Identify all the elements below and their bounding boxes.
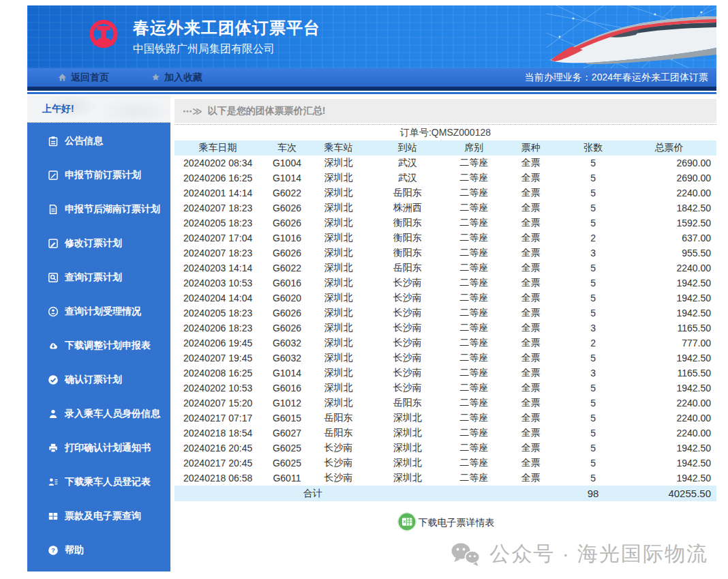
column-header: 席别 (451, 140, 497, 155)
table-cell: G6015 (261, 411, 313, 426)
column-header: 张数 (564, 140, 621, 155)
table-row: 20240203 10:53G6016深圳北长沙南二等座全票51942.50 (175, 276, 716, 291)
table-cell: 二等座 (451, 170, 497, 185)
download-row: x 下载电子票详情表 (175, 509, 716, 529)
table-total-row: 合计9840255.50 (175, 486, 716, 501)
notice-icon (47, 136, 59, 147)
table-cell: 深圳北 (364, 441, 451, 456)
sidebar-item-label: 下载乘车人员登记表 (65, 476, 151, 488)
table-cell: 2690.00 (622, 155, 716, 170)
table-cell: 2240.00 (622, 426, 716, 441)
sidebar-item-confirm-plan[interactable]: 确认订票计划 (27, 363, 170, 397)
table-cell: 二等座 (451, 276, 497, 291)
table-cell: 二等座 (451, 396, 497, 411)
table-cell: 全票 (497, 291, 564, 306)
table-cell: 5 (564, 396, 621, 411)
table-cell: 20240202 08:34 (175, 155, 261, 170)
doc-icon (47, 204, 59, 215)
table-cell: 1942.50 (622, 351, 716, 366)
banner-left: 春运外来工团体订票平台 中国铁路广州局集团有限公司 (27, 5, 716, 68)
check-circle-icon (47, 374, 59, 385)
sidebar-item-label: 申报节前订票计划 (65, 169, 141, 181)
sidebar-item-pre-festival-plan[interactable]: 申报节前订票计划 (27, 158, 170, 192)
table-cell: 二等座 (451, 185, 497, 201)
help-icon: ? (47, 545, 59, 556)
sidebar-item-post-festival-hunan-plan[interactable]: 申报节后湖南订票计划 (27, 192, 170, 226)
table-cell: 全票 (497, 366, 564, 381)
table-cell: 长沙南 (364, 306, 451, 321)
cloud-download-icon (47, 340, 59, 351)
table-cell: 全票 (497, 381, 564, 396)
header-banner: 春运外来工团体订票平台 中国铁路广州局集团有限公司 (27, 5, 716, 68)
table-cell: 深圳北 (313, 246, 365, 261)
table-cell: 20240218 06:58 (175, 471, 261, 486)
total-amount: 40255.50 (622, 486, 716, 501)
table-cell: 深圳北 (313, 170, 365, 185)
sidebar-item-download-adjust-form[interactable]: 下载调整计划申报表 (27, 329, 170, 363)
table-cell: 二等座 (451, 336, 497, 351)
table-cell: 深圳北 (313, 155, 365, 170)
table-row: 20240202 10:53G6016深圳北长沙南二等座全票51942.50 (175, 381, 716, 396)
table-cell: 20240206 18:23 (175, 321, 261, 336)
table-cell: 全票 (497, 456, 564, 471)
table-cell: 5 (564, 426, 621, 441)
table-cell: 1942.50 (622, 291, 716, 306)
table-cell: 深圳北 (364, 456, 451, 471)
sidebar-item-label: 帮助 (65, 544, 84, 556)
table-cell: 1592.50 (622, 216, 716, 231)
order-number-label: 订单号: (400, 127, 431, 138)
ticket-icon (47, 511, 59, 522)
table-cell: G6022 (261, 185, 313, 201)
sidebar-item-ticket-payment-query[interactable]: 票款及电子票查询 (27, 499, 170, 533)
sidebar-item-modify-plan[interactable]: 修改订票计划 (27, 226, 170, 261)
table-cell: 衡阳东 (364, 231, 451, 246)
table-cell: G6022 (261, 261, 313, 276)
table-cell: 955.50 (622, 246, 716, 261)
table-cell: 20240217 20:45 (175, 456, 261, 471)
table-cell: 深圳北 (313, 185, 365, 201)
sidebar-item-print-confirm-notice[interactable]: 打印确认计划通知书 (27, 431, 170, 465)
table-cell: 深圳北 (313, 261, 365, 276)
sidebar-item-label: 打印确认计划通知书 (65, 442, 151, 454)
table-cell: 全票 (497, 351, 564, 366)
page-title: 春运外来工团体订票平台 (133, 17, 320, 39)
table-row: 20240203 14:14G6022深圳北岳阳东二等座全票52240.00 (175, 261, 716, 276)
table-cell: G1014 (261, 170, 313, 185)
download-eticket-link[interactable]: x 下载电子票详情表 (397, 509, 495, 529)
sidebar-item-query-plan[interactable]: 查询订票计划 (27, 261, 170, 295)
table-cell: 全票 (497, 321, 564, 336)
table-cell: 20240207 17:04 (175, 231, 261, 246)
table-cell: G1012 (261, 396, 313, 411)
table-cell: 二等座 (451, 216, 497, 231)
table-cell: 全票 (497, 306, 564, 321)
table-cell: G6011 (261, 471, 313, 486)
table-cell: 20240217 07:17 (175, 411, 261, 426)
sidebar-item-download-passenger-form[interactable]: 下载乘车人员登记表 (27, 465, 170, 499)
table-cell: 深圳北 (364, 426, 451, 441)
table-cell: 长沙南 (364, 276, 451, 291)
table-cell: 岳阳东 (313, 411, 365, 426)
table-cell: 长沙南 (364, 321, 451, 336)
table-cell: 1942.50 (622, 441, 716, 456)
table-cell: 5 (564, 291, 621, 306)
table-cell: 岳阳东 (364, 396, 451, 411)
sidebar-item-label: 修改订票计划 (65, 237, 122, 250)
download-eticket-label: 下载电子票详情表 (419, 517, 495, 529)
table-cell: 深圳北 (313, 231, 365, 246)
table-cell: 1942.50 (622, 306, 716, 321)
sidebar-item-announcements[interactable]: 公告信息 (27, 124, 170, 158)
table-cell: 长沙南 (364, 381, 451, 396)
table-cell: 深圳北 (313, 306, 365, 321)
table-cell: 深圳北 (313, 336, 365, 351)
table-cell: 武汉 (364, 155, 451, 170)
sidebar-item-help[interactable]: ?帮助 (27, 533, 170, 567)
home-link[interactable]: 返回首页 (58, 72, 109, 84)
favorite-link[interactable]: 加入收藏 (151, 72, 202, 84)
watermark: 公众号 · 海光国际物流 (175, 540, 716, 568)
sidebar-item-query-plan-status[interactable]: 查询计划受理情况 (27, 295, 170, 329)
table-cell: 20240207 19:45 (175, 351, 261, 366)
table-cell: 5 (564, 411, 621, 426)
table-cell: 20240205 18:23 (175, 216, 261, 231)
sidebar-item-enter-passenger-id[interactable]: 录入乘车人员身份信息 (27, 397, 170, 431)
table-cell: 二等座 (451, 155, 497, 170)
